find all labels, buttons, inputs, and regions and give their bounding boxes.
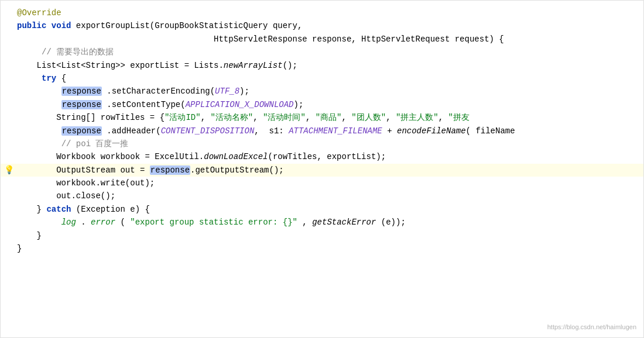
kw-void: void	[52, 21, 71, 30]
log-ref: log	[61, 218, 76, 227]
kw-catch: catch	[46, 205, 71, 214]
line-content-10: response .addHeader(CONTENT_DISPOSITION,…	[17, 125, 638, 137]
code-line-15: out.close();	[1, 189, 643, 202]
line-content-6: try {	[17, 72, 638, 85]
code-line-10: response .addHeader(CONTENT_DISPOSITION,…	[1, 125, 643, 137]
str-friend: "拼友	[448, 113, 470, 122]
str-error-msg: "export group statistic error: {}"	[130, 218, 297, 227]
code-line-1: @Override	[1, 6, 643, 19]
line-content-3: HttpServletResponse response, HttpServle…	[17, 33, 638, 46]
line-content-16: } catch (Exception e) {	[17, 203, 638, 216]
line-gutter-13: 💡	[1, 164, 17, 177]
comment-cn-1: // 需要导出的数据	[42, 47, 114, 57]
code-line-19: }	[1, 242, 643, 255]
code-line-4: // 需要导出的数据	[1, 46, 643, 58]
highlight-response-4: response	[150, 165, 190, 175]
code-line-2: public void exportGroupList(GroupBookSta…	[1, 19, 643, 32]
line-content-13: OutputStream out = response.getOutputStr…	[17, 164, 638, 177]
str-activity-name: "活动名称"	[210, 113, 253, 122]
str-goods: "商品"	[316, 113, 342, 122]
kw-try: try	[42, 74, 56, 83]
const-utf8: UTF_8	[215, 87, 239, 96]
line-content-19: }	[17, 242, 638, 255]
annotation-override: @Override	[17, 8, 61, 18]
code-editor: @Override public void exportGroupList(Gr…	[0, 0, 644, 338]
line-content-17: log . error ( "export group statistic er…	[17, 216, 638, 229]
line-content-1: @Override	[17, 6, 638, 19]
line-content-12: Workbook workbook = ExcelUtil.downLoadEx…	[17, 150, 638, 163]
code-line-17: log . error ( "export group statistic er…	[1, 216, 643, 229]
code-line-8: response .setContentType(APPLICATION_X_D…	[1, 98, 643, 111]
code-line-12: Workbook workbook = ExcelUtil.downLoadEx…	[1, 150, 643, 163]
comment-poi: // poi 百度一推	[61, 139, 129, 149]
line-content-2: public void exportGroupList(GroupBookSta…	[17, 19, 638, 32]
line-content-15: out.close();	[17, 189, 638, 202]
code-block: @Override public void exportGroupList(Gr…	[1, 1, 643, 261]
str-group-count: "团人数"	[351, 113, 386, 122]
code-line-18: }	[1, 229, 643, 242]
log-error: error	[91, 218, 115, 227]
highlight-response-3: response	[61, 126, 102, 136]
line-content-8: response .setContentType(APPLICATION_X_D…	[17, 98, 638, 111]
code-line-9: String[] rowTitles = {"活动ID", "活动名称", "活…	[1, 111, 643, 124]
const-attachment: ATTACHMENT_FILENAME	[289, 126, 382, 136]
line-content-14: workbook.write(out);	[17, 177, 638, 189]
code-line-6: try {	[1, 72, 643, 85]
code-line-11: // poi 百度一推	[1, 137, 643, 150]
code-line-5: List<List<String>> exportList = Lists.ne…	[1, 59, 643, 72]
const-content-disp: CONTENT_DISPOSITION	[161, 126, 255, 136]
str-activity-time: "活动时间"	[263, 113, 306, 122]
watermark: https://blog.csdn.net/haimlugen	[547, 322, 636, 333]
code-line-7: response .setCharacterEncoding(UTF_8);	[1, 85, 643, 98]
code-line-3: HttpServletResponse response, HttpServle…	[1, 33, 643, 46]
line-content-9: String[] rowTitles = {"活动ID", "活动名称", "活…	[17, 111, 638, 124]
str-host-count: "拼主人数"	[396, 113, 439, 122]
str-activity-id: "活动ID"	[165, 113, 201, 122]
line-content-11: // poi 百度一推	[17, 137, 638, 150]
kw-public: public	[17, 21, 46, 30]
line-content-4: // 需要导出的数据	[17, 46, 638, 58]
highlight-response-1: response	[61, 87, 102, 96]
line-content-18: }	[17, 229, 638, 242]
method-getstackerror: getStackError	[312, 218, 376, 227]
highlight-response-2: response	[61, 100, 102, 109]
const-appdownload: APPLICATION_X_DOWNLOAD	[186, 100, 294, 109]
code-line-13: 💡 OutputStream out = response.getOutputS…	[1, 164, 643, 177]
line-content-7: response .setCharacterEncoding(UTF_8);	[17, 85, 638, 98]
code-line-16: } catch (Exception e) {	[1, 203, 643, 216]
bulb-icon[interactable]: 💡	[4, 164, 14, 177]
line-content-5: List<List<String>> exportList = Lists.ne…	[17, 59, 638, 72]
code-line-14: workbook.write(out);	[1, 177, 643, 189]
